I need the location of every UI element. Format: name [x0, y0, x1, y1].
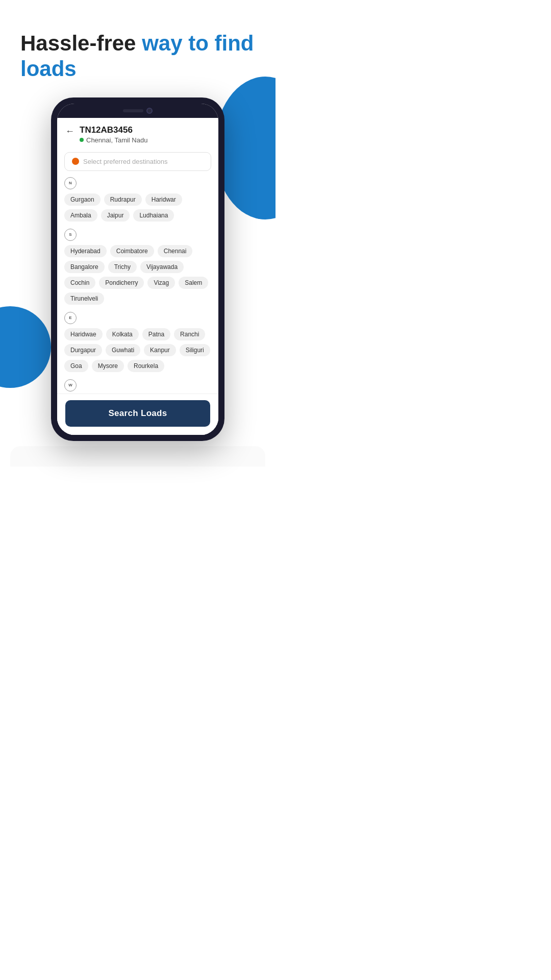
tag-pondicherry[interactable]: Pondicherry — [99, 277, 144, 289]
section-north: N Gurgaon Rudrapur Haridwar Ambala Jaipu… — [64, 177, 211, 222]
destination-search-bar[interactable]: Select preferred destinations — [64, 152, 211, 171]
compass-north-icon: N — [64, 177, 77, 189]
tag-salem[interactable]: Salem — [179, 277, 208, 289]
location-dot — [80, 138, 84, 142]
search-placeholder: Select preferred destinations — [83, 158, 167, 165]
location-text: Chennai, Tamil Nadu — [86, 136, 147, 144]
destination-icon — [72, 158, 79, 165]
tag-tirunelveli[interactable]: Tirunelveli — [64, 292, 104, 305]
tag-guwhati-e[interactable]: Guwhati — [106, 344, 140, 356]
vehicle-id: TN12AB3456 — [80, 125, 147, 135]
vehicle-info: TN12AB3456 Chennai, Tamil Nadu — [80, 125, 147, 144]
section-south: S Hyderabad Coimbatore Chennai Bangalore… — [64, 229, 211, 305]
search-loads-button[interactable]: Search Loads — [65, 400, 210, 427]
app-header: ← TN12AB3456 Chennai, Tamil Nadu — [57, 118, 218, 149]
tag-rudrapur[interactable]: Rudrapur — [104, 193, 142, 206]
tag-ambala[interactable]: Ambala — [64, 209, 97, 222]
tag-kolkata-e[interactable]: Kolkata — [106, 328, 139, 340]
tag-jaipur[interactable]: Jaipur — [101, 209, 130, 222]
tag-rourkela-e[interactable]: Rourkela — [128, 360, 164, 372]
tag-patna-e[interactable]: Patna — [142, 328, 170, 340]
section-header-east: E — [64, 312, 211, 324]
headline-section: Hassle-free way to find loads — [0, 0, 276, 97]
tag-hyderabad[interactable]: Hyderabad — [64, 245, 107, 257]
tag-mysore-e[interactable]: Mysore — [92, 360, 124, 372]
app-content: ← TN12AB3456 Chennai, Tamil Nadu Select … — [57, 118, 218, 435]
tag-coimbatore[interactable]: Coimbatore — [110, 245, 154, 257]
compass-east-icon: E — [64, 312, 77, 324]
tag-kanpur-e[interactable]: Kanpur — [144, 344, 176, 356]
location-row: Chennai, Tamil Nadu — [80, 136, 147, 144]
tag-siliguri-e[interactable]: Siliguri — [180, 344, 210, 356]
headline-part1: Hassle-free — [20, 31, 142, 55]
tag-cochin[interactable]: Cochin — [64, 277, 95, 289]
tag-trichy[interactable]: Trichy — [108, 261, 137, 273]
notch-cutout — [107, 105, 168, 117]
tags-east: Haridwae Kolkata Patna Ranchi Durgapur G… — [64, 328, 211, 372]
compass-west-icon: W — [64, 379, 77, 391]
tags-north: Gurgaon Rudrapur Haridwar Ambala Jaipur … — [64, 193, 211, 222]
tag-haridwae-e[interactable]: Haridwae — [64, 328, 103, 340]
tag-durgapur-e[interactable]: Durgapur — [64, 344, 102, 356]
phone-mockup: ← TN12AB3456 Chennai, Tamil Nadu Select … — [51, 97, 224, 441]
section-header-north: N — [64, 177, 211, 189]
next-screen-peek — [10, 446, 265, 467]
tag-chennai[interactable]: Chennai — [158, 245, 193, 257]
headline-text: Hassle-free way to find loads — [20, 31, 255, 82]
camera-icon — [146, 108, 153, 114]
tags-south: Hyderabad Coimbatore Chennai Bangalore T… — [64, 245, 211, 305]
compass-south-icon: S — [64, 229, 77, 241]
tag-goa-e[interactable]: Goa — [64, 360, 88, 372]
tag-gurgaon[interactable]: Gurgaon — [64, 193, 101, 206]
section-header-south: S — [64, 229, 211, 241]
tag-haridwar[interactable]: Haridwar — [145, 193, 182, 206]
section-west: W Haridwae Kolkata Patna Ranchi Durgapur… — [64, 379, 211, 391]
section-header-west: W — [64, 379, 211, 391]
destinations-container: N Gurgaon Rudrapur Haridwar Ambala Jaipu… — [57, 177, 218, 391]
tag-ranchi-e[interactable]: Ranchi — [174, 328, 205, 340]
speaker-icon — [123, 109, 143, 112]
tag-vijayawada[interactable]: Vijayawada — [140, 261, 184, 273]
tag-ludhaiana[interactable]: Ludhaiana — [133, 209, 174, 222]
tag-bangalore[interactable]: Bangalore — [64, 261, 105, 273]
bottom-action-area: Search Loads — [57, 394, 218, 435]
tag-vizag[interactable]: Vizag — [147, 277, 175, 289]
phone-notch — [57, 104, 218, 118]
back-button[interactable]: ← — [65, 126, 74, 137]
phone-wrapper: ← TN12AB3456 Chennai, Tamil Nadu Select … — [0, 97, 276, 441]
section-east: E Haridwae Kolkata Patna Ranchi Durgapur… — [64, 312, 211, 372]
phone-inner: ← TN12AB3456 Chennai, Tamil Nadu Select … — [57, 104, 218, 435]
